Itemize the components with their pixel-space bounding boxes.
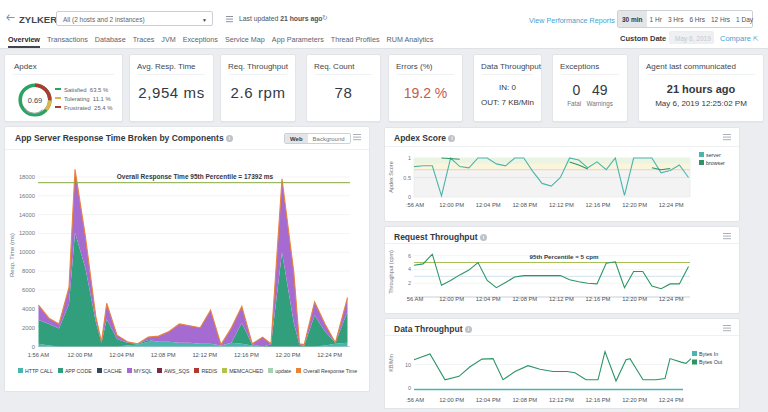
svg-text:12:08 PM: 12:08 PM: [512, 397, 537, 403]
svg-text:12:24 PM: 12:24 PM: [659, 202, 684, 208]
svg-text:12000: 12000: [19, 230, 35, 236]
svg-text:12:04 PM: 12:04 PM: [476, 397, 501, 403]
svg-text:12:08 PM: 12:08 PM: [512, 296, 537, 302]
svg-text:4: 4: [408, 266, 411, 272]
svg-text:12:24 PM: 12:24 PM: [659, 397, 684, 403]
svg-text:12:12 PM: 12:12 PM: [192, 352, 217, 358]
svg-text:12:12 PM: 12:12 PM: [549, 296, 574, 302]
svg-text:4000: 4000: [22, 306, 35, 312]
svg-text:12:24 PM: 12:24 PM: [659, 296, 684, 302]
svg-text:12:12 PM: 12:12 PM: [549, 202, 574, 208]
svg-text:12:08 PM: 12:08 PM: [151, 352, 176, 358]
svg-text:12:16 PM: 12:16 PM: [586, 397, 611, 403]
svg-text:12:08 PM: 12:08 PM: [512, 202, 537, 208]
svg-text:0.69: 0.69: [28, 96, 43, 105]
svg-text:Overall Response Time 95th Per: Overall Response Time 95th Percentile = …: [117, 173, 274, 181]
svg-text:0.5: 0.5: [403, 175, 411, 181]
svg-text:0: 0: [32, 344, 35, 350]
svg-text:12:00 PM: 12:00 PM: [68, 352, 93, 358]
svg-text:12:20 PM: 12:20 PM: [622, 397, 647, 403]
svg-text:Bytes Out: Bytes Out: [699, 359, 723, 365]
svg-text:95th Percentile = 5 cpm: 95th Percentile = 5 cpm: [530, 253, 599, 260]
svg-text:0: 0: [408, 385, 411, 391]
svg-text:10: 10: [405, 362, 411, 368]
svg-text:18000: 18000: [19, 174, 35, 180]
svg-text:12:16 PM: 12:16 PM: [586, 296, 611, 302]
svg-text:12:00 PM: 12:00 PM: [439, 397, 464, 403]
svg-text:12:04 PM: 12:04 PM: [476, 296, 501, 302]
svg-text:12:24 PM: 12:24 PM: [317, 352, 342, 358]
svg-text:Throughput (cpm): Throughput (cpm): [388, 250, 394, 294]
svg-text:12:16 PM: 12:16 PM: [234, 352, 259, 358]
svg-text:1: 1: [408, 155, 411, 161]
svg-text:16000: 16000: [19, 193, 35, 199]
svg-text:Apdex Score: Apdex Score: [388, 161, 394, 193]
svg-text::56 AM: :56 AM: [406, 202, 424, 208]
svg-text:12:20 PM: 12:20 PM: [622, 202, 647, 208]
svg-text:56 AM: 56 AM: [407, 296, 424, 302]
svg-text:14000: 14000: [19, 212, 35, 218]
svg-text:12:16 PM: 12:16 PM: [586, 202, 611, 208]
svg-text:6000: 6000: [22, 287, 35, 293]
svg-text:12:04 PM: 12:04 PM: [476, 202, 501, 208]
svg-text:6: 6: [408, 253, 411, 259]
svg-text:12:20 PM: 12:20 PM: [622, 296, 647, 302]
svg-text:Bytes In: Bytes In: [699, 351, 718, 357]
svg-text:12:12 PM: 12:12 PM: [549, 397, 574, 403]
svg-text:10000: 10000: [19, 249, 35, 255]
svg-text:browser: browser: [706, 160, 725, 166]
svg-text:12:00 PM: 12:00 PM: [439, 202, 464, 208]
svg-text:12:00 PM: 12:00 PM: [439, 296, 464, 302]
svg-text::56 AM: :56 AM: [406, 397, 424, 403]
svg-text:12:04 PM: 12:04 PM: [109, 352, 134, 358]
svg-text:8000: 8000: [22, 268, 35, 274]
svg-text:server: server: [706, 152, 721, 158]
svg-text:2000: 2000: [22, 325, 35, 331]
svg-text:Resp. Time (ms): Resp. Time (ms): [9, 233, 15, 277]
svg-text:0: 0: [408, 194, 411, 200]
svg-text:2: 2: [408, 280, 411, 286]
svg-text:12:20 PM: 12:20 PM: [276, 352, 301, 358]
svg-text:1:56 AM: 1:56 AM: [28, 352, 49, 358]
svg-text:KB/Min: KB/Min: [388, 354, 394, 372]
